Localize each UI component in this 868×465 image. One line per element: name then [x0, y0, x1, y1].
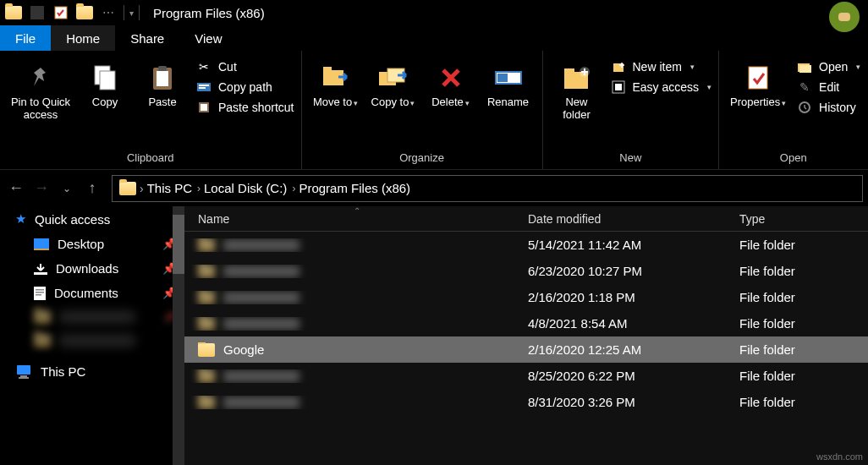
address-bar[interactable]: › This PC› Local Disk (C:)› Program File…	[112, 175, 863, 202]
content-area: ★Quick access Desktop📌 Downloads📌 Docume…	[0, 206, 868, 465]
move-to-button[interactable]: Move to▾	[309, 59, 363, 112]
sidebar-scrollbar-thumb[interactable]	[173, 215, 184, 274]
table-row[interactable]: 2/16/2020 1:18 PMFile folder	[184, 284, 868, 310]
chevron-right-icon[interactable]: ›	[292, 183, 295, 194]
chevron-down-icon: ▾	[707, 83, 711, 91]
copy-to-button[interactable]: Copy to▾	[366, 59, 420, 112]
sidebar-downloads[interactable]: Downloads📌	[0, 256, 184, 281]
svg-rect-30	[34, 272, 47, 275]
chevron-down-icon: ▾	[782, 99, 786, 107]
forward-button[interactable]: →	[30, 178, 52, 200]
file-type: File folder	[726, 342, 861, 357]
move-to-icon	[321, 63, 351, 93]
sidebar-desktop[interactable]: Desktop📌	[0, 232, 184, 256]
easy-access-button[interactable]: Easy access▾	[611, 79, 712, 95]
properties-qat-icon[interactable]	[51, 3, 71, 23]
column-headers: Name Date modified Type ⌃	[184, 206, 868, 232]
chevron-down-icon: ▾	[354, 99, 358, 107]
column-type[interactable]: Type	[726, 212, 861, 226]
table-row[interactable]: 8/25/2020 6:22 PMFile folder	[184, 363, 868, 389]
table-row[interactable]: 5/14/2021 11:42 AMFile folder	[184, 232, 868, 258]
svg-rect-17	[497, 74, 508, 82]
copy-icon	[90, 63, 120, 93]
tab-view[interactable]: View	[179, 25, 237, 51]
properties-button[interactable]: Properties▾	[726, 59, 790, 112]
file-type: File folder	[726, 238, 861, 252]
open-icon	[797, 59, 812, 74]
sidebar-item-hidden[interactable]: 📌	[0, 305, 184, 329]
copy-path-button[interactable]: Copy path	[196, 79, 294, 95]
new-item-icon	[611, 59, 626, 74]
new-item-button[interactable]: New item▾	[611, 59, 712, 74]
cut-button[interactable]: ✂Cut	[196, 59, 294, 74]
ribbon-toggle-icon[interactable]: ▾	[129, 8, 134, 18]
file-name: Google	[223, 342, 264, 357]
breadcrumb-this-pc[interactable]: This PC›	[147, 181, 201, 195]
tab-file[interactable]: File	[0, 25, 51, 51]
table-row[interactable]: 4/8/2021 8:54 AMFile folder	[184, 310, 868, 336]
table-row[interactable]: 8/31/2020 3:26 PMFile folder	[184, 389, 868, 415]
folder-icon	[198, 238, 215, 252]
table-row[interactable]: Google2/16/2020 12:25 AMFile folder	[184, 336, 868, 363]
new-folder-button[interactable]: New folder	[550, 59, 604, 125]
edit-button[interactable]: ✎Edit	[797, 79, 860, 95]
up-button[interactable]: ↑	[81, 178, 103, 200]
breadcrumb-program-files[interactable]: Program Files (x86)	[299, 181, 410, 195]
copy-path-icon	[196, 79, 212, 95]
column-name[interactable]: Name	[184, 212, 514, 226]
column-date-modified[interactable]: Date modified	[514, 212, 726, 226]
chevron-down-icon: ▾	[856, 63, 860, 71]
folder-qat-icon[interactable]	[74, 3, 95, 23]
rename-button[interactable]: Rename	[481, 59, 536, 112]
file-date: 4/8/2021 8:54 AM	[514, 316, 726, 331]
open-button[interactable]: Open▾	[797, 59, 860, 74]
folder-icon	[198, 317, 215, 331]
ribbon-tabs: File Home Share View	[0, 25, 868, 51]
pin-to-quick-access-button[interactable]: Pin to Quick access	[7, 59, 74, 125]
sidebar-quick-access[interactable]: ★Quick access	[0, 206, 184, 232]
ribbon: Pin to Quick access Copy Paste ✂Cut Copy…	[0, 51, 868, 169]
sidebar-item-hidden[interactable]	[0, 329, 184, 353]
sort-indicator-icon: ⌃	[354, 206, 360, 216]
chevron-down-icon: ▾	[690, 63, 695, 71]
breadcrumb-local-disk[interactable]: Local Disk (C:)›	[204, 181, 295, 195]
delete-button[interactable]: Delete▾	[424, 59, 478, 112]
svg-rect-5	[157, 71, 168, 86]
file-date: 8/31/2020 3:26 PM	[514, 395, 726, 409]
sidebar-this-pc[interactable]: This PC	[0, 359, 184, 384]
folder-icon	[119, 182, 136, 195]
chevron-right-icon[interactable]: ›	[197, 183, 201, 194]
paste-button[interactable]: Paste	[135, 59, 190, 112]
file-type: File folder	[726, 395, 861, 409]
back-button[interactable]: ←	[5, 178, 27, 200]
file-date: 5/14/2021 11:42 AM	[514, 238, 726, 252]
sidebar-scrollbar[interactable]	[173, 206, 184, 465]
svg-rect-31	[34, 287, 46, 300]
svg-rect-11	[201, 104, 207, 111]
new-folder-icon	[562, 63, 592, 93]
quick-access-toolbar: ⋯	[3, 3, 118, 23]
history-button[interactable]: History	[797, 100, 860, 115]
tab-share[interactable]: Share	[115, 25, 179, 51]
paste-shortcut-button[interactable]: Paste shortcut	[196, 100, 294, 115]
paste-icon	[147, 63, 178, 93]
downloads-icon	[34, 262, 47, 276]
group-organize: Move to▾ Copy to▾ Delete▾ Rename Organiz…	[302, 51, 543, 169]
tab-home[interactable]: Home	[51, 25, 115, 51]
table-row[interactable]: 6/23/2020 10:27 PMFile folder	[184, 258, 868, 284]
svg-rect-36	[20, 375, 27, 377]
folder-icon	[198, 396, 215, 409]
delete-x-icon	[436, 63, 466, 93]
sidebar-documents[interactable]: Documents📌	[0, 281, 184, 305]
folder-icon	[198, 265, 215, 278]
folder-icon[interactable]	[3, 3, 24, 23]
svg-rect-26	[799, 65, 811, 73]
more-qat-icon[interactable]: ⋯	[98, 3, 118, 23]
copy-button[interactable]: Copy	[78, 59, 132, 112]
svg-rect-35	[17, 365, 30, 375]
watermark: wsxdn.com	[816, 451, 863, 462]
chevron-right-icon[interactable]: ›	[140, 182, 144, 195]
recent-locations-button[interactable]: ⌄	[56, 178, 78, 200]
chevron-down-icon: ▾	[465, 99, 470, 107]
folder-icon	[198, 291, 215, 304]
